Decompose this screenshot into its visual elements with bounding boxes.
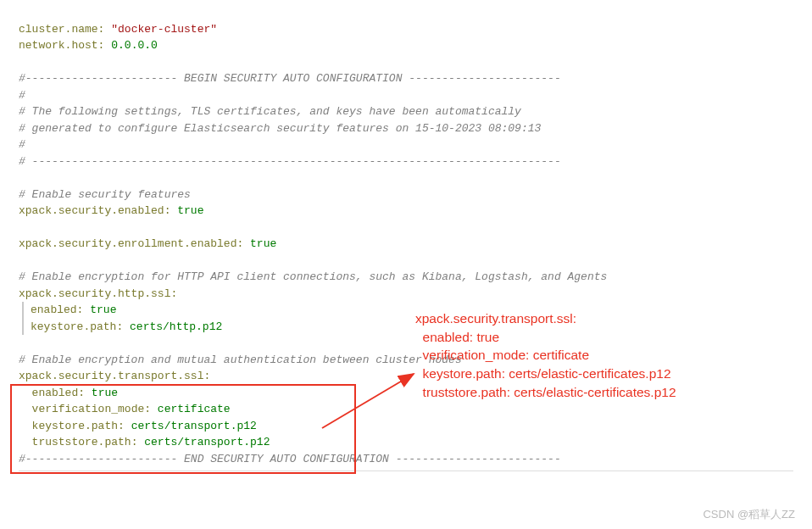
- sec-enabled-key: xpack.security.enabled:: [19, 204, 170, 217]
- comment-hash: #: [19, 89, 25, 102]
- comment-desc2: # generated to configure Elasticsearch s…: [19, 122, 541, 135]
- transport-ts-val: certs/transport.p12: [144, 436, 270, 448]
- annot-l4: keystore.path: certs/elastic-certificate…: [415, 366, 671, 381]
- transport-ks-key: keystore.path:: [32, 420, 125, 432]
- annotation-text: xpack.security.transport.ssl: enabled: t…: [415, 309, 676, 401]
- comment-dashes: # --------------------------------------…: [19, 155, 561, 168]
- network-host-value: 0.0.0.0: [111, 39, 158, 52]
- annot-l5: truststore.path: certs/elastic-certifica…: [415, 385, 676, 399]
- comment-begin: #----------------------- BEGIN SECURITY …: [19, 72, 561, 85]
- transport-enabled-key: enabled:: [32, 387, 85, 399]
- comment-enable-sec: # Enable security features: [19, 188, 191, 201]
- divider: [19, 471, 793, 471]
- transport-ks-val: certs/transport.p12: [131, 420, 257, 432]
- sec-enabled-val: true: [177, 204, 203, 217]
- sec-enroll-key: xpack.security.enrollment.enabled:: [19, 237, 243, 250]
- comment-http: # Enable encryption for HTTP API client …: [19, 270, 607, 283]
- http-ssl-block: enabled: true keystore.path: certs/http.…: [22, 302, 793, 335]
- transport-enabled-val: true: [92, 387, 118, 399]
- transport-ssl-key: xpack.security.transport.ssl:: [19, 370, 210, 382]
- annot-l3: verification_mode: certificate: [415, 348, 589, 362]
- http-keystore-val: certs/http.p12: [130, 320, 222, 333]
- http-keystore-key: keystore.path:: [31, 320, 123, 333]
- http-enabled-val: true: [90, 303, 116, 316]
- transport-vm-val: certificate: [158, 403, 231, 415]
- sec-enroll-val: true: [250, 237, 276, 250]
- cluster-name-value: "docker-cluster": [111, 23, 217, 36]
- http-ssl-key: xpack.security.http.ssl:: [19, 287, 177, 300]
- yaml-code-block: cluster.name: "docker-cluster" network.h…: [19, 4, 793, 467]
- comment-desc1: # The following settings, TLS certificat…: [19, 105, 521, 118]
- annot-l1: xpack.security.transport.ssl:: [415, 311, 576, 326]
- cluster-name-key: cluster.name:: [19, 23, 104, 36]
- network-host-key: network.host:: [19, 39, 104, 52]
- transport-ts-key: truststore.path:: [32, 436, 138, 448]
- annot-l2: enabled: true: [415, 330, 499, 344]
- comment-transport: # Enable encryption and mutual authentic…: [19, 354, 462, 366]
- comment-hash2: #: [19, 138, 25, 151]
- http-enabled-key: enabled:: [31, 303, 83, 316]
- watermark: CSDN @稻草人ZZ: [703, 506, 795, 523]
- comment-end: #----------------------- END SECURITY AU…: [19, 453, 561, 465]
- transport-vm-key: verification_mode:: [32, 403, 151, 415]
